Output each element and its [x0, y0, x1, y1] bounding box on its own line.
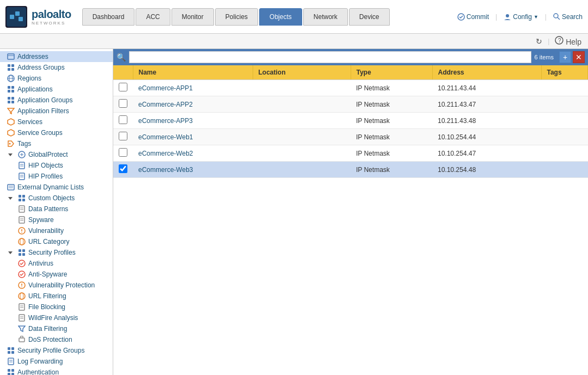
sidebar-item-spyware[interactable]: Spyware: [0, 214, 113, 225]
row-checkbox-6[interactable]: [119, 164, 127, 173]
antivirus-icon: [17, 259, 26, 268]
cell-name[interactable]: eCommerce-Web1: [133, 129, 253, 145]
sidebar-item-address-groups[interactable]: Address Groups: [0, 62, 113, 73]
table-row[interactable]: eCommerce-APP2IP Netmask10.211.43.47: [113, 96, 588, 113]
antivirus-label: Antivirus: [28, 260, 53, 267]
svg-rect-70: [19, 338, 24, 342]
cell-name[interactable]: eCommerce-Web2: [133, 145, 253, 162]
cell-name[interactable]: eCommerce-APP2: [133, 96, 253, 113]
sidebar-item-applications[interactable]: Applications: [0, 84, 113, 95]
svg-rect-12: [8, 64, 10, 67]
sidebar-item-regions[interactable]: Regions: [0, 73, 113, 84]
refresh-button[interactable]: ↻: [534, 36, 544, 47]
commit-button[interactable]: Commit: [457, 13, 489, 21]
sidebar-item-vulnerability-protection[interactable]: Vulnerability Protection: [0, 280, 113, 291]
table-row[interactable]: eCommerce-APP3IP Netmask10.211.43.48: [113, 113, 588, 129]
sidebar-item-addresses[interactable]: Addresses: [0, 51, 113, 62]
row-checkbox-4[interactable]: [119, 132, 127, 140]
tab-device[interactable]: Device: [349, 8, 390, 26]
search-input[interactable]: [129, 51, 531, 63]
sidebar-item-tags[interactable]: Tags: [0, 138, 113, 149]
sidebar-item-security-profiles[interactable]: Security Profiles: [0, 247, 113, 258]
col-name-header[interactable]: Name: [133, 65, 253, 80]
sidebar-item-external-dynamic-lists[interactable]: External Dynamic Lists: [0, 182, 113, 193]
sidebar-item-url-filtering[interactable]: URL Filtering: [0, 291, 113, 302]
globalprotect-arrow-icon: [7, 150, 15, 159]
config-button[interactable]: Config ▼: [504, 13, 538, 21]
sidebar-item-application-filters[interactable]: Application Filters: [0, 106, 113, 116]
logo-text: paloalto NETWORKS: [32, 8, 71, 26]
hip-objects-label: HIP Objects: [28, 162, 63, 169]
sidebar-item-service-groups[interactable]: Service Groups: [0, 127, 113, 138]
application-filters-label: Application Filters: [17, 107, 69, 115]
sidebar-item-antivirus[interactable]: Antivirus: [0, 258, 113, 269]
security-profiles-icon: [17, 248, 26, 257]
search-button[interactable]: Search: [553, 13, 583, 21]
table-row[interactable]: eCommerce-Web1IP Netmask10.10.254.44: [113, 129, 588, 145]
help-button[interactable]: ? Help: [553, 35, 584, 47]
sidebar-item-security-profile-groups[interactable]: Security Profile Groups: [0, 345, 113, 356]
tab-acc[interactable]: ACC: [136, 8, 170, 26]
row-checkbox-2[interactable]: [119, 99, 127, 108]
row-checkbox-1[interactable]: [119, 83, 127, 91]
table-row[interactable]: eCommerce-APP1IP Netmask10.211.43.44: [113, 80, 588, 96]
sidebar-item-log-forwarding[interactable]: Log Forwarding: [0, 356, 113, 367]
tab-monitor[interactable]: Monitor: [171, 8, 214, 26]
cell-name[interactable]: eCommerce-Web3: [133, 162, 253, 178]
custom-objects-label: Custom Objects: [28, 194, 75, 202]
col-tags-header[interactable]: Tags: [541, 65, 588, 80]
close-button[interactable]: ✕: [573, 51, 585, 63]
log-forwarding-icon: [7, 357, 15, 366]
svg-rect-72: [11, 347, 14, 350]
cell-location: [253, 113, 351, 129]
col-type-header[interactable]: Type: [351, 65, 432, 80]
row-checkbox-3[interactable]: [119, 115, 127, 124]
sidebar-item-file-blocking[interactable]: File Blocking: [0, 302, 113, 312]
sidebar-item-application-groups[interactable]: Application Groups: [0, 95, 113, 106]
svg-rect-23: [8, 97, 10, 100]
col-location-header[interactable]: Location: [253, 65, 351, 80]
toolbar: ↻ | ? Help: [0, 34, 588, 49]
row-checkbox-5[interactable]: [119, 148, 127, 157]
separator1: |: [495, 13, 497, 21]
add-button[interactable]: +: [559, 51, 571, 63]
svg-rect-81: [11, 373, 14, 375]
tab-dashboard[interactable]: Dashboard: [82, 8, 135, 26]
sidebar-item-data-patterns[interactable]: Data Patterns: [0, 204, 113, 214]
col-address-header[interactable]: Address: [432, 65, 541, 80]
tab-policies[interactable]: Policies: [215, 8, 258, 26]
tags-label: Tags: [17, 140, 31, 147]
application-groups-label: Application Groups: [17, 96, 72, 104]
svg-rect-10: [8, 54, 14, 59]
cell-name[interactable]: eCommerce-APP1: [133, 80, 253, 96]
sidebar-item-globalprotect[interactable]: GlobalProtect: [0, 149, 113, 160]
cell-name[interactable]: eCommerce-APP3: [133, 113, 253, 129]
sidebar-item-hip-profiles[interactable]: HIP Profiles: [0, 171, 113, 182]
security-profiles-label: Security Profiles: [28, 249, 76, 256]
table-row[interactable]: eCommerce-Web2IP Netmask10.10.254.47: [113, 145, 588, 162]
sidebar-item-authentication[interactable]: Authentication: [0, 367, 113, 375]
sidebar-item-vulnerability[interactable]: Vulnerability: [0, 225, 113, 236]
svg-rect-29: [19, 162, 24, 169]
tab-objects[interactable]: Objects: [259, 8, 302, 26]
cell-tags: [541, 113, 588, 129]
cell-type: IP Netmask: [351, 129, 432, 145]
tab-network[interactable]: Network: [303, 8, 348, 26]
svg-point-61: [21, 286, 22, 287]
svg-rect-56: [22, 253, 25, 256]
sidebar-item-wildfire-analysis[interactable]: WildFire Analysis: [0, 312, 113, 323]
authentication-label: Authentication: [17, 368, 59, 375]
sidebar-item-data-filtering[interactable]: Data Filtering: [0, 323, 113, 334]
sidebar-item-custom-objects[interactable]: Custom Objects: [0, 193, 113, 204]
sidebar-item-url-category[interactable]: URL Category: [0, 236, 113, 247]
sidebar-item-anti-spyware[interactable]: Anti-Spyware: [0, 269, 113, 280]
url-category-label: URL Category: [28, 238, 70, 245]
address-groups-label: Address Groups: [17, 64, 65, 71]
sidebar-item-services[interactable]: Services: [0, 116, 113, 127]
brand-sub: NETWORKS: [32, 21, 71, 26]
table-row[interactable]: eCommerce-Web3IP Netmask10.10.254.48: [113, 162, 588, 178]
applications-label: Applications: [17, 85, 53, 93]
sidebar-item-hip-objects[interactable]: HIP Objects: [0, 160, 113, 171]
sidebar-item-dos-protection[interactable]: DoS Protection: [0, 334, 113, 345]
svg-point-5: [506, 14, 509, 17]
